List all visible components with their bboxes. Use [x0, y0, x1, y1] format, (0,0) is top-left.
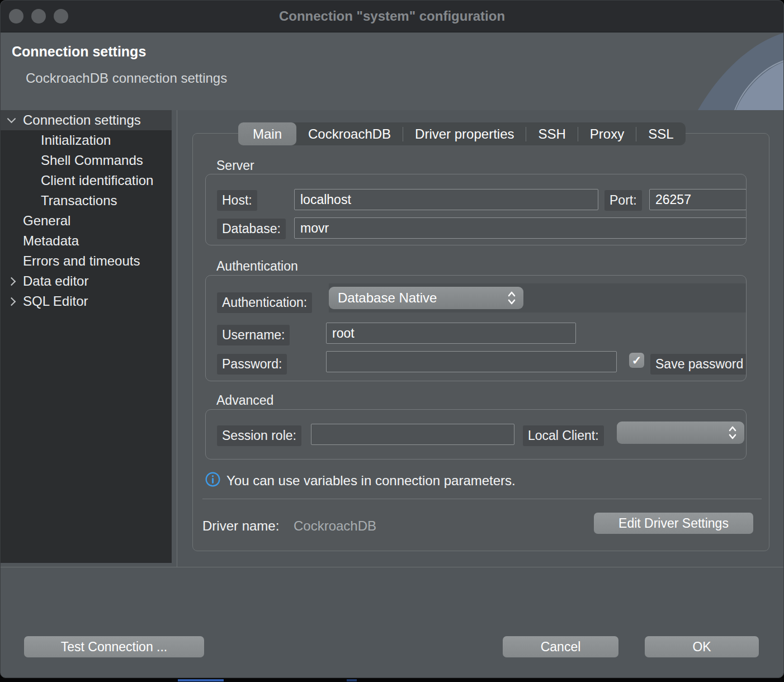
driver-divider — [202, 499, 762, 499]
tree-item-label: Connection settings — [1, 112, 141, 128]
username-label: Username: — [217, 325, 290, 345]
test-connection-button[interactable]: Test Connection ... — [24, 636, 204, 657]
dialog-header: Connection settings CockroachDB connecti… — [1, 33, 783, 110]
authentication-section-title: Authentication — [216, 259, 298, 274]
tree-item-connection-settings[interactable]: Connection settings — [1, 110, 172, 130]
page-title: Connection settings — [12, 44, 146, 60]
footer-divider — [1, 567, 784, 567]
host-input[interactable] — [294, 189, 598, 210]
connection-config-dialog: Connection "system" configuration Connec… — [0, 0, 784, 678]
tree-item-label: Initialization — [1, 132, 111, 148]
ok-button[interactable]: OK — [645, 636, 759, 657]
tree-item-label: Client identification — [1, 173, 153, 188]
tree-item-shell-commands[interactable]: Shell Commands — [1, 150, 172, 170]
advanced-section-title: Advanced — [216, 393, 273, 408]
window-title: Connection "system" configuration — [1, 8, 783, 24]
decorative-swoosh — [691, 33, 783, 110]
tab-main[interactable]: Main — [238, 122, 296, 145]
authentication-select-value: Database Native — [338, 290, 437, 306]
password-input[interactable] — [326, 351, 617, 372]
tree-item-errors-and-timeouts[interactable]: Errors and timeouts — [1, 251, 172, 271]
background-window-fragment — [347, 679, 357, 681]
local-client-select[interactable] — [617, 421, 744, 444]
tree-item-transactions[interactable]: Transactions — [1, 191, 172, 211]
tab-ssl[interactable]: SSL — [636, 122, 685, 145]
password-label: Password: — [217, 354, 287, 375]
port-label: Port: — [604, 190, 642, 211]
tree-item-label: Shell Commands — [1, 153, 143, 168]
username-input[interactable] — [326, 323, 576, 344]
driver-name-value: CockroachDB — [294, 518, 376, 534]
tab-bar: Main CockroachDB Driver properties SSH P… — [238, 122, 686, 145]
sidebar-divider — [177, 110, 177, 567]
database-label: Database: — [217, 219, 286, 239]
info-icon — [205, 472, 220, 487]
tree-item-label: Transactions — [1, 193, 117, 209]
tab-ssh[interactable]: SSH — [526, 122, 577, 145]
save-password-checkbox[interactable]: ✓ — [629, 353, 644, 368]
port-input[interactable] — [649, 189, 747, 210]
title-bar: Connection "system" configuration — [1, 1, 783, 32]
driver-name-label: Driver name: — [202, 518, 279, 534]
authentication-group: Authentication: Database Native Username… — [205, 275, 747, 381]
session-role-label: Session role: — [217, 425, 301, 446]
tree-item-general[interactable]: General — [1, 211, 172, 231]
settings-tree: Connection settings Initialization Shell… — [1, 110, 172, 563]
background-window-fragment — [178, 679, 224, 681]
page-subtitle: CockroachDB connection settings — [26, 70, 227, 86]
cancel-button[interactable]: Cancel — [503, 636, 618, 657]
select-chevrons-icon — [507, 291, 517, 305]
tab-driver-properties[interactable]: Driver properties — [403, 122, 526, 145]
save-password-label: Save password — [650, 354, 747, 375]
tab-cockroachdb[interactable]: CockroachDB — [296, 122, 403, 145]
tree-item-client-identification[interactable]: Client identification — [1, 170, 172, 191]
tab-proxy[interactable]: Proxy — [578, 122, 636, 145]
local-client-label: Local Client: — [523, 425, 604, 446]
tree-item-sql-editor[interactable]: SQL Editor — [1, 291, 172, 311]
background-strip — [0, 678, 784, 682]
main-tab-panel: Server Host: Port: Database: Authenticat… — [192, 133, 769, 551]
tree-item-label: Metadata — [1, 233, 79, 249]
session-role-input[interactable] — [311, 424, 514, 445]
authentication-select[interactable]: Database Native — [329, 287, 523, 309]
tree-item-data-editor[interactable]: Data editor — [1, 271, 172, 291]
tree-item-metadata[interactable]: Metadata — [1, 231, 172, 251]
server-section-title: Server — [216, 158, 254, 173]
tree-item-label: General — [1, 213, 70, 229]
info-message: You can use variables in connection para… — [226, 473, 516, 489]
database-input[interactable] — [294, 217, 747, 239]
advanced-group: Session role: Local Client: — [205, 409, 747, 460]
tree-item-label: Errors and timeouts — [1, 253, 140, 269]
host-label: Host: — [217, 190, 257, 211]
tree-item-initialization[interactable]: Initialization — [1, 130, 172, 150]
edit-driver-settings-button[interactable]: Edit Driver Settings — [594, 513, 753, 534]
server-group: Host: Port: Database: — [205, 174, 747, 245]
select-chevrons-icon — [728, 425, 738, 440]
authentication-label: Authentication: — [217, 292, 312, 313]
